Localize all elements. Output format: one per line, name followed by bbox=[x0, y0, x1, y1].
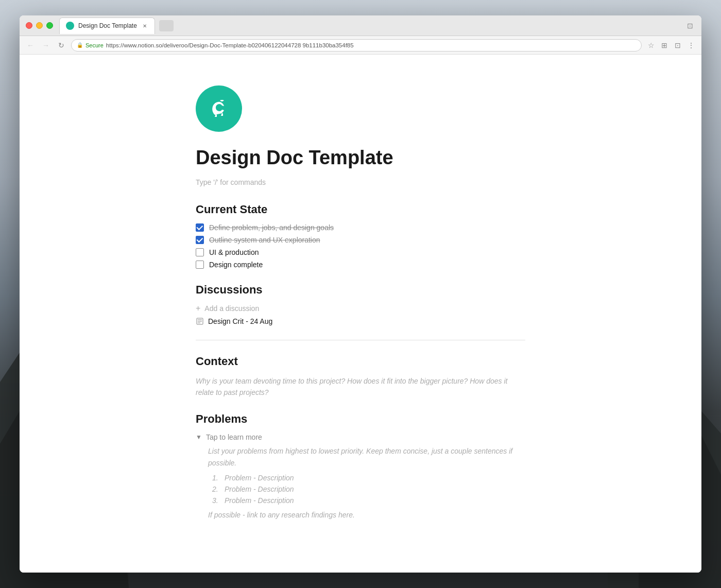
problems-list: 1. Problem - Description 2. Problem - De… bbox=[212, 474, 525, 505]
context-section: Context Why is your team devoting time t… bbox=[196, 355, 525, 399]
checklist-item-1: Define problem, jobs, and design goals bbox=[196, 223, 525, 232]
window-control[interactable]: ⊡ bbox=[685, 21, 695, 31]
add-discussion-label: Add a discussion bbox=[204, 304, 259, 313]
page-content: Design Doc Template Type '/' for command… bbox=[20, 55, 701, 573]
checklist-item-4: Design complete bbox=[196, 261, 525, 269]
back-button[interactable]: ← bbox=[25, 40, 36, 51]
checkbox-4[interactable] bbox=[196, 261, 204, 269]
current-state-heading: Current State bbox=[196, 203, 525, 216]
menu-button[interactable]: ⋮ bbox=[686, 40, 696, 50]
bookmark-button[interactable]: ☆ bbox=[646, 40, 656, 50]
list-item-1: 1. Problem - Description bbox=[212, 474, 525, 482]
add-discussion-row[interactable]: + Add a discussion bbox=[196, 304, 525, 313]
new-tab-button[interactable] bbox=[159, 20, 174, 31]
secure-icon: 🔒 bbox=[77, 42, 83, 48]
browser-window: Design Doc Template ✕ ⊡ ← → ↻ 🔒 Secure h… bbox=[20, 15, 701, 573]
maximize-button[interactable] bbox=[46, 22, 53, 29]
discussions-section: Discussions + Add a discussion De bbox=[196, 283, 525, 325]
problems-toggle[interactable]: ▼ Tap to learn more bbox=[196, 433, 525, 441]
list-number-1: 1. bbox=[212, 474, 221, 482]
checkbox-3[interactable] bbox=[196, 248, 204, 256]
checklist-item-2: Outline system and UX exploration bbox=[196, 236, 525, 244]
traffic-lights bbox=[26, 22, 53, 29]
url-actions: ☆ ⊞ ⊡ ⋮ bbox=[646, 40, 696, 50]
forward-button[interactable]: → bbox=[40, 40, 52, 51]
discussion-item-1[interactable]: Design Crit - 24 Aug bbox=[196, 317, 525, 325]
toggle-label: Tap to learn more bbox=[206, 433, 262, 441]
deliveroo-logo-icon bbox=[205, 95, 232, 122]
plus-icon: + bbox=[196, 304, 200, 313]
context-description: Why is your team devoting time to this p… bbox=[196, 375, 525, 399]
checkbox-2[interactable] bbox=[196, 236, 204, 244]
toggle-arrow-icon: ▼ bbox=[196, 434, 202, 441]
minimize-button[interactable] bbox=[36, 22, 43, 29]
checklist-item-3: UI & production bbox=[196, 248, 525, 256]
checklist-label-4: Design complete bbox=[209, 261, 263, 269]
refresh-button[interactable]: ↻ bbox=[56, 40, 67, 51]
list-label-3: Problem - Description bbox=[225, 496, 294, 505]
tab-favicon bbox=[66, 22, 74, 30]
problems-heading: Problems bbox=[196, 412, 525, 426]
checklist-label-3: UI & production bbox=[209, 248, 259, 256]
list-label-1: Problem - Description bbox=[225, 474, 294, 482]
page-subtitle-placeholder[interactable]: Type '/' for commands bbox=[196, 178, 525, 186]
section-divider bbox=[196, 340, 525, 340]
title-bar: Design Doc Template ✕ ⊡ bbox=[20, 15, 701, 36]
tab-title: Design Doc Template bbox=[78, 22, 137, 29]
list-number-2: 2. bbox=[212, 485, 221, 493]
url-text: https://www.notion.so/deliveroo/Design-D… bbox=[106, 42, 354, 48]
checklist-label-2: Outline system and UX exploration bbox=[209, 236, 320, 244]
list-item-2: 2. Problem - Description bbox=[212, 485, 525, 493]
discussion-page-icon bbox=[196, 317, 204, 325]
toggle-description: List your problems from highest to lowes… bbox=[208, 445, 525, 469]
bottom-note: If possible - link to any research findi… bbox=[208, 511, 525, 519]
page-title: Design Doc Template bbox=[196, 146, 525, 170]
close-button[interactable] bbox=[26, 22, 32, 29]
tab-close-button[interactable]: ✕ bbox=[141, 22, 148, 29]
current-state-section: Current State Define problem, jobs, and … bbox=[196, 203, 525, 269]
active-tab[interactable]: Design Doc Template ✕ bbox=[59, 18, 155, 34]
checkbox-1[interactable] bbox=[196, 223, 204, 232]
checklist-label-1: Define problem, jobs, and design goals bbox=[209, 223, 334, 232]
url-bar: ← → ↻ 🔒 Secure https://www.notion.so/del… bbox=[20, 36, 701, 55]
discussions-heading: Discussions bbox=[196, 283, 525, 297]
tab-bar: Design Doc Template ✕ bbox=[59, 18, 681, 34]
discussion-label-1: Design Crit - 24 Aug bbox=[208, 317, 272, 325]
page-icon[interactable] bbox=[196, 85, 242, 132]
list-number-3: 3. bbox=[212, 496, 221, 505]
notion-page: Design Doc Template Type '/' for command… bbox=[175, 55, 546, 570]
extension-button-2[interactable]: ⊡ bbox=[673, 40, 683, 50]
url-field[interactable]: 🔒 Secure https://www.notion.so/deliveroo… bbox=[71, 39, 642, 51]
list-item-3: 3. Problem - Description bbox=[212, 496, 525, 505]
extension-button-1[interactable]: ⊞ bbox=[659, 40, 670, 50]
secure-label: Secure bbox=[85, 42, 104, 48]
problems-section: Problems ▼ Tap to learn more List your p… bbox=[196, 412, 525, 519]
context-heading: Context bbox=[196, 355, 525, 368]
list-label-2: Problem - Description bbox=[225, 485, 294, 493]
toggle-content: List your problems from highest to lowes… bbox=[208, 445, 525, 519]
